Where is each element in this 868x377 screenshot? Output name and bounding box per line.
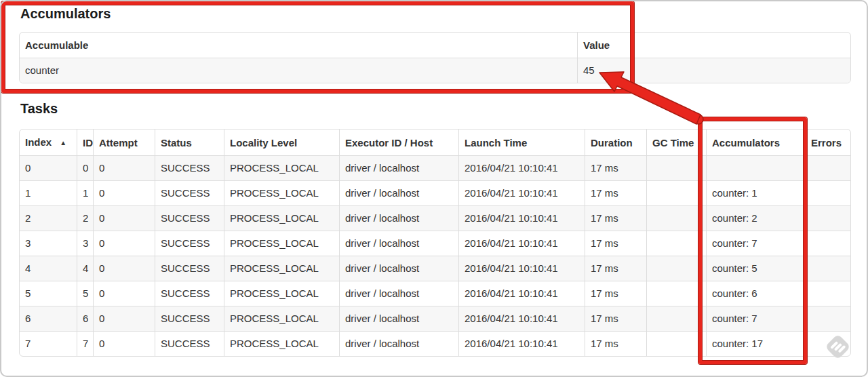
table-row: 220SUCCESSPROCESS_LOCALdriver / localhos… <box>20 206 851 231</box>
table-cell: 0 <box>94 206 155 231</box>
column-header-id[interactable]: ID <box>77 130 94 156</box>
table-cell: SUCCESS <box>155 256 224 281</box>
table-cell: counter: 6 <box>707 281 806 306</box>
table-cell: PROCESS_LOCAL <box>224 281 340 306</box>
table-cell: counter: 7 <box>707 231 806 256</box>
table-header-row: Accumulable Value <box>20 33 851 58</box>
table-cell <box>647 206 707 231</box>
table-cell: driver / localhost <box>340 231 459 256</box>
table-cell <box>806 231 851 256</box>
table-cell: 0 <box>94 256 155 281</box>
table-cell <box>806 281 851 306</box>
table-cell <box>647 256 707 281</box>
table-cell: 0 <box>94 156 155 181</box>
sort-ascending-icon: ▲ <box>60 139 66 146</box>
column-header-value[interactable]: Value <box>578 33 851 58</box>
column-header-accumulators[interactable]: Accumulators <box>707 130 806 156</box>
table-cell: 17 ms <box>585 281 647 306</box>
table-cell: counter <box>20 58 578 83</box>
table-cell: 7 <box>77 332 94 356</box>
table-row: 550SUCCESSPROCESS_LOCALdriver / localhos… <box>20 281 851 306</box>
table-header-row: Index▲ ID Attempt Status Locality Level … <box>20 130 851 156</box>
table-cell: PROCESS_LOCAL <box>224 332 340 356</box>
table-cell: driver / localhost <box>340 256 459 281</box>
table-cell: 2016/04/21 10:10:41 <box>459 281 585 306</box>
table-cell: 4 <box>20 256 77 281</box>
table-row: 110SUCCESSPROCESS_LOCALdriver / localhos… <box>20 181 851 206</box>
table-cell: PROCESS_LOCAL <box>224 206 340 231</box>
table-cell: 17 ms <box>585 231 647 256</box>
table-cell: counter: 2 <box>707 206 806 231</box>
table-cell <box>647 181 707 206</box>
table-cell: PROCESS_LOCAL <box>224 156 340 181</box>
column-header-attempt[interactable]: Attempt <box>94 130 155 156</box>
table-cell: 1 <box>77 181 94 206</box>
table-cell: 2 <box>20 206 77 231</box>
table-cell: PROCESS_LOCAL <box>224 231 340 256</box>
table-cell: counter: 5 <box>707 256 806 281</box>
table-cell: PROCESS_LOCAL <box>224 256 340 281</box>
column-header-executor-id-host[interactable]: Executor ID / Host <box>340 130 459 156</box>
column-header-accumulable[interactable]: Accumulable <box>20 33 578 58</box>
table-cell: SUCCESS <box>155 281 224 306</box>
tasks-table: Index▲ ID Attempt Status Locality Level … <box>19 129 851 357</box>
table-cell: SUCCESS <box>155 206 224 231</box>
column-header-index[interactable]: Index▲ <box>20 130 77 156</box>
table-cell: PROCESS_LOCAL <box>224 181 340 206</box>
column-header-gc-time[interactable]: GC Time <box>647 130 707 156</box>
column-header-errors[interactable]: Errors <box>806 130 851 156</box>
table-cell: counter: 7 <box>707 306 806 332</box>
table-cell: counter: 17 <box>707 332 806 356</box>
table-cell: 6 <box>20 306 77 332</box>
table-cell: PROCESS_LOCAL <box>224 306 340 332</box>
column-header-duration[interactable]: Duration <box>585 130 647 156</box>
table-cell: 2016/04/21 10:10:41 <box>459 256 585 281</box>
table-cell: 0 <box>20 156 77 181</box>
table-cell: 5 <box>20 281 77 306</box>
table-cell: 45 <box>578 58 851 83</box>
table-cell: 3 <box>20 231 77 256</box>
table-row: 000SUCCESSPROCESS_LOCALdriver / localhos… <box>20 156 851 181</box>
table-cell: 0 <box>94 306 155 332</box>
table-cell <box>647 231 707 256</box>
table-cell: counter: 1 <box>707 181 806 206</box>
column-header-launch-time[interactable]: Launch Time <box>459 130 585 156</box>
table-cell: 2016/04/21 10:10:41 <box>459 206 585 231</box>
table-cell: driver / localhost <box>340 281 459 306</box>
table-cell: driver / localhost <box>340 181 459 206</box>
table-cell: 2 <box>77 206 94 231</box>
accumulable-table: Accumulable Value counter45 <box>19 32 851 83</box>
table-cell <box>647 281 707 306</box>
table-cell: 0 <box>94 231 155 256</box>
column-header-status[interactable]: Status <box>155 130 224 156</box>
table-cell: 5 <box>77 281 94 306</box>
table-cell: 2016/04/21 10:10:41 <box>459 231 585 256</box>
table-row: 330SUCCESSPROCESS_LOCALdriver / localhos… <box>20 231 851 256</box>
table-row: counter45 <box>20 58 851 83</box>
table-cell: 0 <box>94 181 155 206</box>
table-cell: SUCCESS <box>155 231 224 256</box>
table-cell <box>707 156 806 181</box>
table-cell <box>647 156 707 181</box>
table-cell: 7 <box>20 332 77 356</box>
table-cell: driver / localhost <box>340 206 459 231</box>
table-cell: 2016/04/21 10:10:41 <box>459 181 585 206</box>
table-cell: 4 <box>77 256 94 281</box>
column-header-locality-level[interactable]: Locality Level <box>224 130 340 156</box>
table-cell: 17 ms <box>585 206 647 231</box>
table-cell: 17 ms <box>585 256 647 281</box>
table-cell: 3 <box>77 231 94 256</box>
column-header-label: Index <box>25 136 52 148</box>
table-row: 440SUCCESSPROCESS_LOCALdriver / localhos… <box>20 256 851 281</box>
table-cell: 2016/04/21 10:10:41 <box>459 306 585 332</box>
table-cell: SUCCESS <box>155 156 224 181</box>
table-cell <box>806 256 851 281</box>
tasks-heading: Tasks <box>20 100 58 117</box>
table-cell: SUCCESS <box>155 306 224 332</box>
accumulators-heading: Accumulators <box>20 5 111 22</box>
table-cell <box>647 306 707 332</box>
table-cell <box>647 332 707 356</box>
table-cell: 1 <box>20 181 77 206</box>
table-cell: 0 <box>94 281 155 306</box>
table-cell: 2016/04/21 10:10:41 <box>459 156 585 181</box>
